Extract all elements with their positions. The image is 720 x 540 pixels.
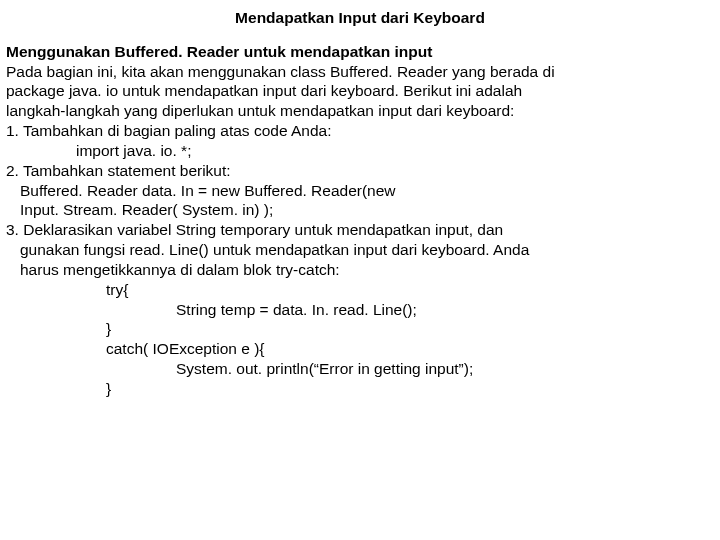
step-2: 2. Tambahkan statement berikut: <box>6 161 714 181</box>
code-line: System. out. println(“Error in getting i… <box>6 359 714 379</box>
paragraph-line: langkah-langkah yang diperlukan untuk me… <box>6 101 714 121</box>
section-subtitle: Menggunakan Buffered. Reader untuk menda… <box>6 42 714 62</box>
step-3-line: harus mengetikkannya di dalam blok try-c… <box>6 260 714 280</box>
step-3-line: gunakan fungsi read. Line() untuk mendap… <box>6 240 714 260</box>
code-line: import java. io. *; <box>6 141 714 161</box>
paragraph-line: Pada bagian ini, kita akan menggunakan c… <box>6 62 714 82</box>
step-1: 1. Tambahkan di bagian paling atas code … <box>6 121 714 141</box>
code-line: Buffered. Reader data. In = new Buffered… <box>6 181 714 201</box>
page-title: Mendapatkan Input dari Keyboard <box>6 8 714 28</box>
code-line: try{ <box>6 280 714 300</box>
code-line: } <box>6 319 714 339</box>
code-line: } <box>6 379 714 399</box>
step-3-line: 3. Deklarasikan variabel String temporar… <box>6 220 714 240</box>
code-line: String temp = data. In. read. Line(); <box>6 300 714 320</box>
paragraph-line: package java. io untuk mendapatkan input… <box>6 81 714 101</box>
code-line: Input. Stream. Reader( System. in) ); <box>6 200 714 220</box>
code-line: catch( IOException e ){ <box>6 339 714 359</box>
